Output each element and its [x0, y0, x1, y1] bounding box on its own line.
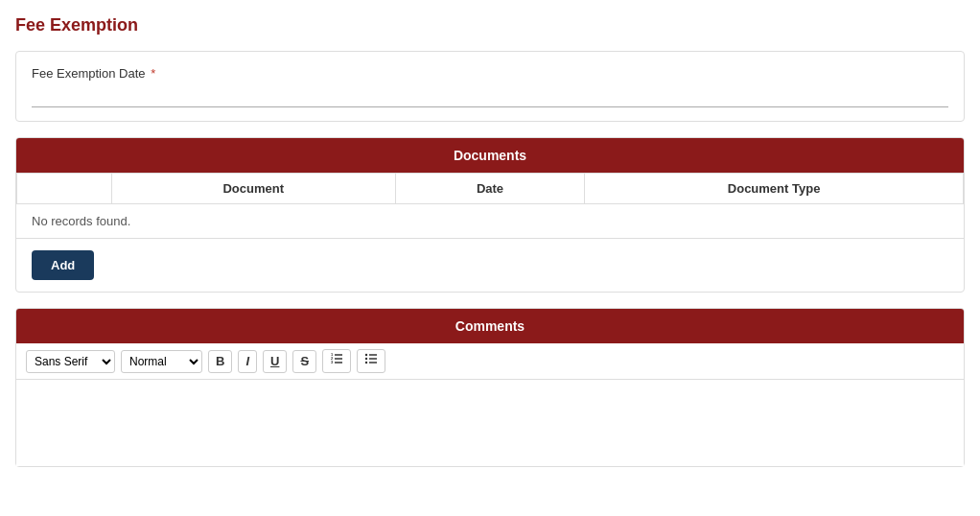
unordered-list-icon — [364, 352, 378, 365]
page-wrapper: Fee Exemption Fee Exemption Date * Docum… — [0, 0, 980, 516]
page-title: Fee Exemption — [15, 15, 965, 35]
underline-button[interactable]: U — [263, 350, 287, 373]
font-size-select[interactable]: Normal Small Large Heading 1 Heading 2 — [121, 350, 202, 373]
add-button-area: Add — [16, 239, 964, 292]
col-header-date: Date — [395, 174, 584, 204]
svg-point-11 — [365, 362, 367, 364]
documents-card: Documents Document Date Document Type No… — [15, 137, 965, 293]
strikethrough-button[interactable]: S — [292, 350, 316, 373]
col-header-checkbox — [17, 174, 112, 204]
ordered-list-icon: 1 2 3 — [330, 352, 343, 365]
fee-exemption-date-card: Fee Exemption Date * — [15, 51, 965, 122]
add-document-button[interactable]: Add — [32, 250, 94, 280]
fee-exemption-date-label: Fee Exemption Date * — [32, 66, 155, 81]
comments-editor-area — [16, 380, 964, 466]
col-header-doctype: Document Type — [585, 174, 964, 204]
svg-point-10 — [365, 358, 367, 360]
documents-table: Document Date Document Type — [16, 173, 964, 204]
bold-button[interactable]: B — [208, 350, 232, 373]
comments-header: Comments — [16, 309, 964, 343]
svg-text:3: 3 — [331, 360, 334, 364]
documents-header: Documents — [16, 138, 964, 173]
fee-exemption-date-input[interactable] — [32, 84, 948, 107]
fee-exemption-date-field: Fee Exemption Date * — [32, 65, 948, 107]
editor-toolbar: Sans Serif Serif Monospace Normal Small … — [16, 343, 964, 380]
comments-editor[interactable] — [16, 380, 964, 457]
comments-card: Comments Sans Serif Serif Monospace Norm… — [15, 308, 965, 467]
fee-exemption-date-section: Fee Exemption Date * — [16, 52, 964, 121]
italic-button[interactable]: I — [238, 350, 257, 373]
ordered-list-button[interactable]: 1 2 3 — [322, 349, 351, 373]
col-header-document: Document — [111, 174, 395, 204]
svg-point-9 — [365, 354, 367, 356]
unordered-list-button[interactable] — [357, 349, 385, 373]
required-indicator: * — [151, 66, 155, 81]
no-records-message: No records found. — [16, 204, 964, 239]
font-family-select[interactable]: Sans Serif Serif Monospace — [26, 350, 115, 373]
